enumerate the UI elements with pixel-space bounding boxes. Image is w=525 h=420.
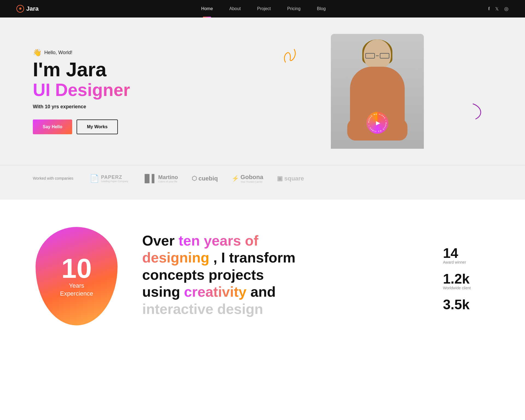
social-links: f 𝕏 ◎	[488, 6, 509, 12]
hero-title: UI Designer	[33, 80, 262, 100]
say-hello-button[interactable]: Say Hello	[33, 119, 72, 134]
greeting-emoji: 👋	[33, 48, 42, 57]
stat-awards-label: Award winner	[443, 260, 492, 264]
company-paperz: 📄 PAPERZ Leading Paper Company	[90, 174, 128, 183]
about-heading: Over ten years ofdesigning , I transform…	[142, 232, 421, 317]
company-martino: ▐▌▌ Martino Colors of your life	[142, 174, 178, 183]
company-square: ▣ square	[277, 175, 304, 182]
logo-icon: ❉	[16, 5, 24, 13]
twitter-link[interactable]: 𝕏	[495, 6, 499, 11]
companies-logos: 📄 PAPERZ Leading Paper Company ▐▌▌ Marti…	[90, 174, 492, 183]
hero-subtitle: With 10 yrs experience	[33, 104, 262, 110]
hero-person-image: ▶ watch my video • watch my video •	[331, 34, 424, 149]
about-stats: 14 Award winner 1.2k Worldwide client 3.…	[443, 246, 492, 311]
companies-section: Worked with companies 📄 PAPERZ Leading P…	[0, 165, 525, 200]
over-text: Over	[142, 233, 179, 249]
deco-swoosh	[470, 101, 487, 121]
hero-buttons: Say Hello My Works	[33, 119, 262, 134]
svg-text:watch my video • watch my vide: watch my video • watch my video •	[368, 113, 387, 133]
watch-text-svg: watch my video • watch my video •	[365, 110, 390, 135]
facebook-link[interactable]: f	[488, 6, 490, 11]
deco-squiggle	[277, 43, 303, 69]
greeting-text: Hello, World!	[44, 50, 72, 56]
companies-label: Worked with companies	[33, 176, 73, 181]
stat-three: 3.5k	[443, 298, 492, 311]
navbar: ❉ Jara Home About Project Pricing Blog f…	[0, 0, 525, 18]
about-content: Over ten years ofdesigning , I transform…	[142, 232, 421, 320]
stat-awards: 14 Award winner	[443, 246, 492, 264]
stat-clients-label: Worldwide client	[443, 286, 492, 290]
stat-awards-number: 14	[443, 246, 492, 260]
nav-links: Home About Project Pricing Blog	[201, 6, 326, 11]
hero-name: I'm Jara	[33, 60, 262, 79]
about-section: 10 YearsExpercience Over ten years ofdes…	[0, 200, 525, 353]
logo-text: Jara	[26, 5, 39, 12]
logo[interactable]: ❉ Jara	[16, 5, 39, 13]
nav-item-about[interactable]: About	[229, 6, 241, 11]
hero-content: 👋 Hello, World! I'm Jara UI Designer Wit…	[33, 48, 262, 134]
years-circle-container: 10 YearsExpercience	[33, 227, 120, 325]
years-label: YearsExpercience	[60, 282, 93, 298]
my-works-button[interactable]: My Works	[77, 119, 118, 134]
hero-section: 👋 Hello, World! I'm Jara UI Designer Wit…	[0, 18, 525, 165]
stat-three-number: 3.5k	[443, 298, 492, 311]
company-cuebiq: ⬡ cuebiq	[192, 175, 218, 182]
nav-item-home[interactable]: Home	[201, 6, 213, 11]
interactive-text: interactive design	[142, 301, 263, 317]
nav-item-project[interactable]: Project	[257, 6, 271, 11]
instagram-link[interactable]: ◎	[504, 6, 509, 12]
nav-item-pricing[interactable]: Pricing	[287, 6, 301, 11]
stat-clients: 1.2k Worldwide client	[443, 272, 492, 290]
creativity-text: creativity	[184, 284, 246, 300]
nav-item-blog[interactable]: Blog	[317, 6, 326, 11]
greeting-row: 👋 Hello, World!	[33, 48, 262, 57]
hero-image-area: ▶ watch my video • watch my video •	[262, 34, 492, 149]
years-number: 10	[61, 255, 92, 282]
stat-clients-number: 1.2k	[443, 272, 492, 286]
and-text: and	[250, 284, 276, 300]
company-gobona: ⚡ Gobona Your Trusted Carrier	[232, 174, 263, 183]
years-circle: 10 YearsExpercience	[36, 227, 118, 325]
